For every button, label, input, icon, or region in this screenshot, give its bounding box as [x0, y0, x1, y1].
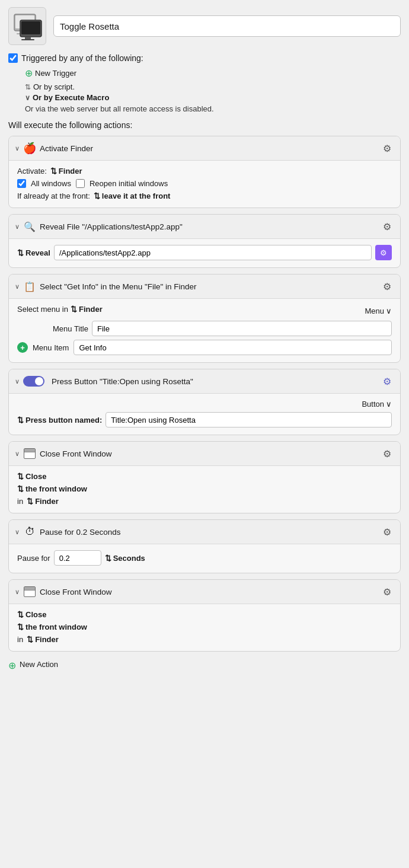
close-fw2-in-label: in: [17, 635, 23, 644]
close-fw1-gear-icon[interactable]: ⚙: [380, 446, 394, 461]
press-named-selector[interactable]: ⇅ Press button named:: [17, 416, 102, 425]
press-btn-toggle-icon[interactable]: [23, 376, 44, 387]
pause-value-input[interactable]: [54, 550, 101, 566]
close-fw2-gear-icon[interactable]: ⚙: [380, 585, 394, 599]
svg-rect-5: [21, 21, 40, 34]
menu-title-label: Menu Title: [17, 324, 88, 333]
front-window-selector-1[interactable]: ⇅ the front window: [17, 484, 87, 493]
svg-rect-7: [21, 39, 34, 40]
close-fw1-body: ⇅ Close ⇅ the front window in ⇅ Finder: [9, 466, 400, 513]
close-fw2-updown-icon: ⇅: [17, 610, 24, 619]
action-press-button-header: ∨ Press Button "Title:Open using Rosetta…: [9, 369, 400, 394]
new-action-row[interactable]: ⊕ New Action: [8, 658, 401, 671]
reveal-file-chevron-icon[interactable]: ∨: [15, 223, 20, 231]
all-windows-checkbox[interactable]: [17, 179, 26, 188]
menu-title-input[interactable]: [92, 321, 392, 336]
close-fw2-body: ⇅ Close ⇅ the front window in ⇅ Finder: [9, 604, 400, 651]
menu-dropdown-selector[interactable]: Menu ∨: [365, 307, 392, 315]
press-updown-icon: ⇅: [17, 416, 24, 425]
button-type-row: Button ∨: [17, 400, 392, 409]
pause-body: Pause for ⇅ Seconds: [9, 544, 400, 573]
front-updown-icon-2: ⇅: [17, 623, 24, 631]
trigger-header: Triggered by any of the following:: [8, 53, 401, 63]
triggered-checkbox[interactable]: [8, 53, 18, 63]
select-menu-label: Select menu in: [17, 305, 68, 314]
front-updown-icon-1: ⇅: [17, 484, 24, 493]
reveal-file-gear-icon[interactable]: ⚙: [380, 219, 394, 234]
reveal-selector[interactable]: ⇅ Reveal: [17, 248, 50, 257]
select-menu-chevron-icon[interactable]: ∨: [15, 283, 20, 291]
activate-finder-body: Activate: ⇅ Finder All windows Reopen in…: [9, 161, 400, 208]
reveal-purple-button[interactable]: ⚙: [375, 245, 392, 260]
press-btn-chevron-icon[interactable]: ∨: [15, 378, 20, 385]
finder-app-selector[interactable]: ⇅ Finder: [71, 305, 103, 314]
activate-finder-selector[interactable]: ⇅ Finder: [50, 167, 82, 175]
toggle-knob: [35, 377, 43, 385]
press-button-name-input[interactable]: [106, 412, 392, 427]
reveal-updown-icon: ⇅: [17, 248, 24, 257]
web-server-note: Or via the web server but all remote acc…: [25, 104, 401, 113]
close-fw1-in-row: in ⇅ Finder: [17, 497, 392, 506]
new-trigger-row[interactable]: ⊕ New Trigger: [25, 68, 401, 79]
trigger-macro-item[interactable]: ∨ Or by Execute Macro: [25, 93, 401, 102]
activate-finder-gear-icon[interactable]: ⚙: [380, 141, 394, 155]
close-fw1-finder-selector[interactable]: ⇅ Finder: [27, 497, 59, 506]
activate-finder-chevron-icon[interactable]: ∨: [15, 145, 20, 152]
close-fw2-title: Close Front Window: [40, 588, 376, 596]
select-menu-gear-icon[interactable]: ⚙: [380, 279, 394, 293]
close-fw1-in-label: in: [17, 497, 23, 506]
already-front-value: leave it at the front: [102, 192, 171, 200]
press-named-row: ⇅ Press button named:: [17, 412, 392, 427]
action-pause: ∨ ⏱ Pause for 0.2 Seconds ⚙ Pause for ⇅ …: [8, 519, 401, 573]
close-fw2-selector[interactable]: ⇅ Close: [17, 610, 46, 619]
finder-icon: 🍎: [23, 142, 36, 155]
seconds-selector[interactable]: ⇅ Seconds: [105, 554, 145, 563]
page-container: Triggered by any of the following: ⊕ New…: [0, 0, 409, 683]
trigger-script-label: Or by script.: [33, 82, 75, 91]
already-updown-icon: ⇅: [94, 192, 100, 200]
close-fw1-finder-val: Finder: [35, 497, 59, 506]
menu-item-row: + Menu Item: [17, 340, 392, 355]
reopen-checkbox[interactable]: [76, 179, 85, 188]
already-front-selector[interactable]: ⇅ leave it at the front: [94, 192, 171, 200]
button-chevron-icon: ∨: [386, 400, 392, 409]
front-window-selector-2[interactable]: ⇅ the front window: [17, 623, 87, 631]
menu-chevron-icon: ∨: [386, 307, 392, 315]
action-close-fw1-header: ∨ Close Front Window ⚙: [9, 442, 400, 466]
reveal-row: ⇅ Reveal ⚙: [17, 245, 392, 260]
select-menu-body: Select menu in ⇅ Finder Menu ∨ Menu Titl…: [9, 299, 400, 362]
close-fw1-finder-updown-icon: ⇅: [27, 497, 33, 506]
reopen-label: Reopen initial windows: [90, 179, 168, 188]
menu-item-plus-icon[interactable]: +: [17, 342, 28, 353]
menu-label-val: Menu: [365, 307, 384, 315]
pause-chevron-icon[interactable]: ∨: [15, 528, 20, 536]
button-type-selector[interactable]: Button ∨: [362, 400, 392, 409]
close-fw2-chevron-icon[interactable]: ∨: [15, 588, 20, 596]
close-fw1-chevron-icon[interactable]: ∨: [15, 450, 20, 458]
action-close-front-window-1: ∨ Close Front Window ⚙ ⇅ Close ⇅ the fro…: [8, 441, 401, 513]
close-fw2-front-row: ⇅ the front window: [17, 623, 392, 631]
already-label: If already at the front:: [17, 192, 90, 200]
close-fw2-finder-val: Finder: [35, 635, 59, 644]
pause-gear-icon[interactable]: ⚙: [380, 525, 394, 539]
action-select-menu: ∨ 📋 Select "Get Info" in the Menu "File"…: [8, 274, 401, 363]
macro-icon: [8, 7, 46, 45]
reveal-path-input[interactable]: [54, 245, 372, 260]
close-fw2-finder-selector[interactable]: ⇅ Finder: [27, 635, 59, 644]
close-fw1-updown-icon: ⇅: [17, 472, 24, 481]
close-fw2-in-row: in ⇅ Finder: [17, 635, 392, 644]
action-close-front-window-2: ∨ Close Front Window ⚙ ⇅ Close ⇅ the fro…: [8, 579, 401, 652]
activate-finder-title: Activate Finder: [40, 144, 376, 153]
menu-item-input[interactable]: [74, 340, 392, 355]
macro-title-input[interactable]: [53, 15, 401, 37]
trigger-script-item[interactable]: ⇅ Or by script.: [25, 82, 401, 91]
press-button-gear-icon[interactable]: ⚙: [380, 374, 394, 388]
pause-for-row: Pause for ⇅ Seconds: [17, 550, 392, 566]
new-action-plus-icon: ⊕: [8, 660, 16, 671]
close-fw1-selector[interactable]: ⇅ Close: [17, 472, 46, 481]
pause-for-label: Pause for: [17, 554, 50, 563]
activate-label: Activate:: [17, 167, 47, 175]
svg-rect-6: [25, 37, 31, 39]
action-activate-finder-header: ∨ 🍎 Activate Finder ⚙: [9, 136, 400, 161]
close-fw2-label: Close: [25, 610, 46, 619]
